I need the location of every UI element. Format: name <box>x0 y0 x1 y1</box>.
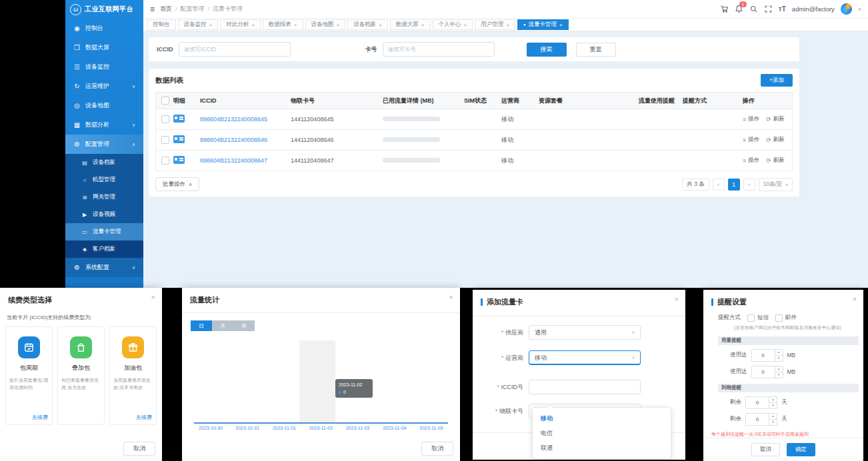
page-size-select[interactable]: 10条/页 ∨ <box>759 178 793 191</box>
sidebar-item-operations[interactable]: ↻ 运营维护 ∨ <box>65 77 143 96</box>
font-size-icon[interactable]: ᴛT <box>779 5 786 13</box>
notification-bell[interactable]: 1 <box>735 5 743 13</box>
cancel-button[interactable]: 取消 <box>123 442 155 456</box>
email-checkbox[interactable] <box>775 314 783 322</box>
row-refresh-button[interactable]: ⟳ 刷新 <box>766 136 785 144</box>
tab-device-monitor[interactable]: 设备监控 × <box>178 19 219 30</box>
tab-data-report[interactable]: 数据报表 × <box>263 19 303 30</box>
close-icon[interactable]: × <box>853 295 857 303</box>
usage-value-input[interactable] <box>752 350 775 361</box>
tab-data-screen[interactable]: 数据大屏 × <box>390 19 431 30</box>
user-menu-caret[interactable]: ∨ <box>858 7 861 12</box>
close-icon[interactable]: × <box>421 22 425 28</box>
close-icon[interactable]: × <box>559 22 563 28</box>
step-down-icon[interactable]: ▼ <box>775 355 783 361</box>
tab-personal-center[interactable]: 个人中心 × <box>433 19 473 30</box>
row-refresh-button[interactable]: ⟳ 刷新 <box>766 115 785 123</box>
cancel-button[interactable]: 取消 <box>421 442 453 456</box>
operator-select[interactable]: 移动 ∧ <box>529 350 641 365</box>
step-down-icon[interactable]: ▼ <box>769 402 777 408</box>
confirm-button[interactable]: 确定 <box>787 443 815 456</box>
sidebar-item-gateway-management[interactable]: ⊞ 网关管理 <box>65 189 143 206</box>
option-unicom[interactable]: 联通 <box>533 440 671 455</box>
sidebar-item-customer-archive[interactable]: ◈ 客户档案 <box>65 240 143 258</box>
username[interactable]: admin@factory <box>792 5 835 13</box>
iccid-link[interactable]: 898604B2132240008647 <box>200 157 291 164</box>
close-icon[interactable]: × <box>464 22 467 28</box>
sidebar-item-model-management[interactable]: ○ 机型管理 <box>65 171 143 189</box>
prev-page-button[interactable]: ‹ <box>713 179 725 191</box>
iccid-number-input[interactable] <box>529 380 641 394</box>
sidebar-item-console[interactable]: ◉ 控制台 <box>65 19 143 38</box>
row-checkbox[interactable] <box>161 136 169 144</box>
tab-console[interactable]: 控制台 <box>147 19 176 30</box>
detail-card-icon[interactable] <box>173 135 185 143</box>
close-icon[interactable]: × <box>209 22 213 28</box>
row-operation-button[interactable]: ≡ 操作 <box>743 157 759 165</box>
sidebar-item-device-video[interactable]: ▶ 设备视频 <box>65 206 143 223</box>
step-up-icon[interactable]: ▲ <box>769 414 777 419</box>
option-telecom[interactable]: 电信 <box>533 426 671 440</box>
iccid-input[interactable] <box>179 42 291 57</box>
card-number-input[interactable] <box>383 42 495 57</box>
row-refresh-button[interactable]: ⟳ 刷新 <box>766 157 785 165</box>
row-operation-button[interactable]: ≡ 操作 <box>743 115 759 123</box>
collapse-menu-icon[interactable]: ≡ <box>150 5 155 14</box>
tab-compare-analysis[interactable]: 对比分析 × <box>220 19 261 30</box>
close-icon[interactable]: × <box>337 22 340 28</box>
range-year-button[interactable]: 年 <box>233 320 255 331</box>
cart-icon[interactable] <box>720 5 729 13</box>
step-down-icon[interactable]: ▼ <box>775 372 783 378</box>
range-day-button[interactable]: 日 <box>191 320 212 331</box>
select-all-checkbox[interactable] <box>161 97 169 105</box>
close-icon[interactable]: × <box>506 22 509 28</box>
renew-card-cycle[interactable]: 包周期 延长当前套餐包,增加使用时间 去续费 <box>5 326 53 425</box>
close-icon[interactable]: × <box>379 22 382 28</box>
sidebar-item-device-monitor[interactable]: ☰ 设备监控 <box>65 57 143 77</box>
tab-device-archive[interactable]: 设备档案 × <box>347 19 388 30</box>
iccid-link[interactable]: 898604B2132240008645 <box>200 116 291 123</box>
detail-card-icon[interactable] <box>173 156 185 164</box>
close-icon[interactable]: × <box>294 22 297 28</box>
expire-value-input[interactable] <box>746 414 769 425</box>
expire-value-input[interactable] <box>746 397 769 408</box>
close-icon[interactable]: × <box>449 293 453 301</box>
fullscreen-icon[interactable] <box>764 5 773 13</box>
sms-checkbox[interactable] <box>747 314 755 322</box>
tab-device-map[interactable]: 设备地图 × <box>305 19 346 30</box>
reset-button[interactable]: 重置 <box>576 43 616 57</box>
usage-value-input[interactable] <box>752 366 775 378</box>
close-icon[interactable]: × <box>251 22 255 28</box>
sidebar-item-sim-card-management[interactable]: ▭ 流量卡管理 <box>65 223 143 240</box>
tab-user-management[interactable]: 用户管理 × <box>475 19 515 30</box>
next-page-button[interactable]: › <box>743 179 755 191</box>
close-icon[interactable]: × <box>151 293 155 301</box>
sidebar-item-data-analysis[interactable]: ▦ 数据分析 ∨ <box>65 115 143 135</box>
go-renew-link[interactable]: 去续费 <box>32 414 48 421</box>
range-month-button[interactable]: 月 <box>212 320 233 331</box>
sidebar-item-config-management[interactable]: ⚙ 配置管理 ∧ <box>65 135 143 154</box>
row-checkbox[interactable] <box>161 115 169 123</box>
detail-card-icon[interactable] <box>173 115 185 123</box>
step-up-icon[interactable]: ▲ <box>769 397 777 402</box>
search-button[interactable]: 搜索 <box>527 43 567 57</box>
sidebar-item-device-archive[interactable]: ▤ 设备档案 <box>65 154 143 171</box>
renew-card-booster[interactable]: 加油包 当前套餐用尽后生效,仅本月有效 去续费 <box>109 326 157 425</box>
sidebar-item-data-screen[interactable]: ❒ 数据大屏 <box>65 38 143 57</box>
step-up-icon[interactable]: ▲ <box>775 350 783 355</box>
sidebar-item-device-map[interactable]: ◎ 设备地图 <box>65 96 143 115</box>
renew-card-stack[interactable]: 叠加包 和已有套餐叠加使用,当月生效 <box>57 326 105 425</box>
sidebar-item-system-config[interactable]: ⚙ 系统配置 ∨ <box>65 258 143 277</box>
iccid-link[interactable]: 898604B2132240008646 <box>200 137 291 143</box>
breadcrumb-config[interactable]: 配置管理 <box>181 5 205 13</box>
breadcrumb-home[interactable]: 首页 <box>160 5 172 13</box>
page-1-button[interactable]: 1 <box>728 179 740 191</box>
row-operation-button[interactable]: ≡ 操作 <box>743 136 759 144</box>
row-checkbox[interactable] <box>161 157 169 165</box>
close-icon[interactable]: × <box>675 295 679 303</box>
avatar[interactable] <box>841 3 852 15</box>
option-mobile[interactable]: 移动 <box>533 411 671 426</box>
search-icon[interactable] <box>749 5 758 13</box>
add-button[interactable]: +添加 <box>761 74 793 87</box>
supplier-select[interactable]: 通用 ∨ <box>529 325 641 340</box>
